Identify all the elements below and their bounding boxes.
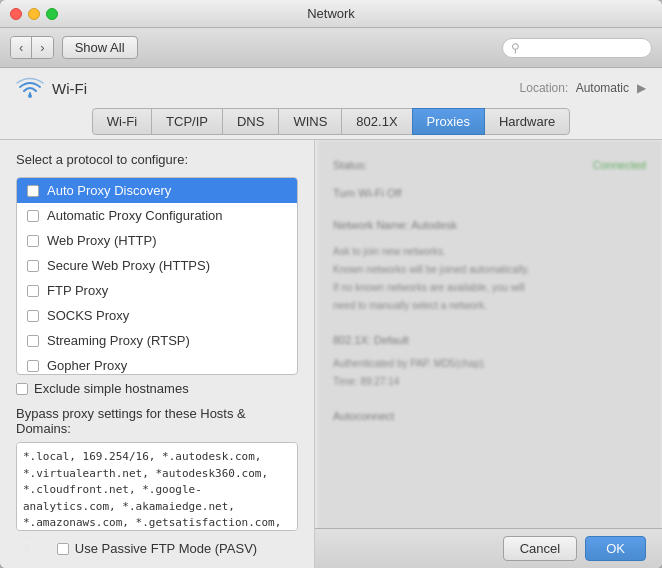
blurred-background: Status:Connected Turn Wi-Fi Off Network … bbox=[317, 140, 662, 568]
exclude-checkbox[interactable] bbox=[16, 383, 28, 395]
wifi-label: Wi-Fi bbox=[52, 80, 87, 97]
maximize-button[interactable] bbox=[46, 8, 58, 20]
passive-ftp-label: Use Passive FTP Mode (PASV) bbox=[75, 541, 257, 556]
auto-discovery-label: Auto Proxy Discovery bbox=[47, 183, 171, 198]
exclude-row: Exclude simple hostnames bbox=[16, 381, 298, 396]
tab-wifi[interactable]: Wi-Fi bbox=[92, 108, 152, 135]
tabs-container: Wi-Fi TCP/IP DNS WINS 802.1X Proxies Har… bbox=[92, 108, 571, 135]
bypass-textarea[interactable]: *.local, 169.254/16, *.autodesk.com, *.v… bbox=[16, 442, 298, 531]
socks-label: SOCKS Proxy bbox=[47, 308, 129, 323]
nav-buttons: ‹ › bbox=[10, 36, 54, 59]
secure-web-checkbox[interactable] bbox=[27, 260, 39, 272]
auto-config-label: Automatic Proxy Configuration bbox=[47, 208, 223, 223]
search-input[interactable] bbox=[524, 41, 643, 55]
traffic-lights bbox=[10, 8, 58, 20]
tab-hardware[interactable]: Hardware bbox=[484, 108, 570, 135]
network-window: Network ‹ › Show All ⚲ Wi-Fi Location bbox=[0, 0, 662, 568]
passive-ftp-checkbox[interactable] bbox=[57, 543, 69, 555]
auto-discovery-checkbox[interactable] bbox=[27, 185, 39, 197]
close-button[interactable] bbox=[10, 8, 22, 20]
forward-button[interactable]: › bbox=[32, 37, 52, 58]
svg-point-0 bbox=[28, 94, 32, 98]
tab-proxies[interactable]: Proxies bbox=[412, 108, 485, 135]
ftp-label: FTP Proxy bbox=[47, 283, 108, 298]
gopher-label: Gopher Proxy bbox=[47, 358, 127, 373]
secure-web-label: Secure Web Proxy (HTTPS) bbox=[47, 258, 210, 273]
select-protocol-label: Select a protocol to configure: bbox=[16, 152, 298, 167]
back-button[interactable]: ‹ bbox=[11, 37, 32, 58]
passive-ftp-row: Use Passive FTP Mode (PASV) bbox=[16, 541, 298, 556]
window-title: Network bbox=[307, 6, 355, 21]
minimize-button[interactable] bbox=[28, 8, 40, 20]
protocol-web-proxy[interactable]: Web Proxy (HTTP) bbox=[17, 228, 297, 253]
wifi-icon bbox=[16, 74, 44, 102]
toolbar: ‹ › Show All ⚲ bbox=[0, 28, 662, 68]
tab-dns[interactable]: DNS bbox=[222, 108, 279, 135]
location-arrow: ▶ bbox=[637, 81, 646, 95]
streaming-label: Streaming Proxy (RTSP) bbox=[47, 333, 190, 348]
location-value: Automatic bbox=[576, 81, 629, 95]
tab-80211[interactable]: 802.1X bbox=[341, 108, 412, 135]
title-bar: Network bbox=[0, 0, 662, 28]
auto-config-checkbox[interactable] bbox=[27, 210, 39, 222]
tab-tcpip[interactable]: TCP/IP bbox=[151, 108, 223, 135]
protocol-gopher[interactable]: Gopher Proxy bbox=[17, 353, 297, 375]
protocol-auto-config[interactable]: Automatic Proxy Configuration bbox=[17, 203, 297, 228]
action-buttons: Cancel OK bbox=[503, 536, 646, 561]
protocol-streaming[interactable]: Streaming Proxy (RTSP) bbox=[17, 328, 297, 353]
gopher-checkbox[interactable] bbox=[27, 360, 39, 372]
protocol-auto-discovery[interactable]: Auto Proxy Discovery bbox=[17, 178, 297, 203]
search-icon: ⚲ bbox=[511, 41, 520, 55]
protocol-secure-web[interactable]: Secure Web Proxy (HTTPS) bbox=[17, 253, 297, 278]
proxies-panel: Select a protocol to configure: Auto Pro… bbox=[0, 140, 315, 568]
protocol-ftp[interactable]: FTP Proxy bbox=[17, 278, 297, 303]
web-proxy-checkbox[interactable] bbox=[27, 235, 39, 247]
location-label: Location: Automatic bbox=[520, 81, 629, 95]
exclude-label: Exclude simple hostnames bbox=[34, 381, 189, 396]
search-box: ⚲ bbox=[502, 38, 652, 58]
show-all-button[interactable]: Show All bbox=[62, 36, 138, 59]
protocol-list: Auto Proxy Discovery Automatic Proxy Con… bbox=[16, 177, 298, 375]
web-proxy-label: Web Proxy (HTTP) bbox=[47, 233, 157, 248]
bypass-label: Bypass proxy settings for these Hosts & … bbox=[16, 406, 298, 436]
protocol-socks[interactable]: SOCKS Proxy bbox=[17, 303, 297, 328]
streaming-checkbox[interactable] bbox=[27, 335, 39, 347]
ok-button[interactable]: OK bbox=[585, 536, 646, 561]
socks-checkbox[interactable] bbox=[27, 310, 39, 322]
tab-wins[interactable]: WINS bbox=[278, 108, 342, 135]
ftp-checkbox[interactable] bbox=[27, 285, 39, 297]
cancel-button[interactable]: Cancel bbox=[503, 536, 577, 561]
